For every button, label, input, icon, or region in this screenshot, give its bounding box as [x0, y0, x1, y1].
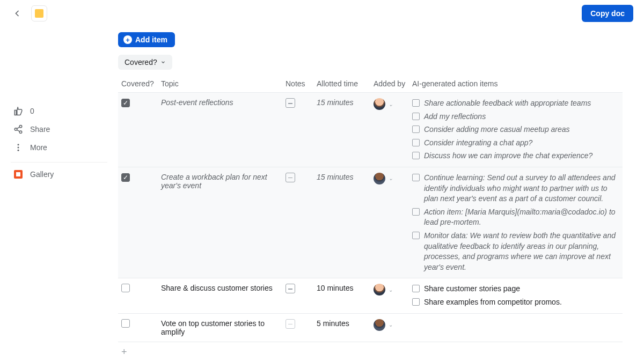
svg-point-1 — [14, 128, 17, 131]
ai-action-item: Share actionable feedback with appropria… — [412, 98, 619, 109]
col-header-time[interactable]: Allotted time — [313, 75, 370, 93]
thumbs-up-icon — [13, 106, 24, 116]
filter-label: Covered? — [125, 58, 157, 67]
doc-icon[interactable] — [31, 5, 47, 21]
ai-item-checkbox[interactable] — [412, 113, 420, 120]
avatar[interactable] — [374, 284, 385, 295]
ai-item-text: Share examples from competitor promos. — [424, 297, 562, 308]
allotted-time-cell[interactable]: 5 minutes — [313, 313, 370, 342]
ai-item-checkbox[interactable] — [412, 99, 420, 107]
col-header-added[interactable]: Added by — [370, 75, 409, 93]
notes-icon[interactable] — [286, 284, 295, 293]
covered-checkbox[interactable] — [121, 99, 130, 107]
chevron-down-icon[interactable]: ⌄ — [389, 287, 393, 293]
svg-point-4 — [18, 147, 19, 149]
topic-cell[interactable]: Post-event reflections — [158, 93, 282, 167]
ai-item-text: Action item: [Maria Marquis](mailto:mari… — [424, 207, 619, 228]
sidebar-item-more[interactable]: More — [11, 138, 107, 157]
chevron-down-icon[interactable]: ⌄ — [389, 101, 393, 107]
ai-item-checkbox[interactable] — [412, 125, 420, 133]
chevron-down-icon[interactable]: ⌄ — [389, 175, 393, 181]
svg-point-3 — [18, 144, 19, 145]
topic-cell[interactable]: Share & discuss customer stories — [158, 278, 282, 313]
ai-item-text: Share actionable feedback with appropria… — [424, 98, 591, 109]
ai-action-item: Discuss how we can improve the chat expe… — [412, 151, 619, 161]
notes-icon[interactable] — [286, 173, 295, 182]
share-label: Share — [30, 125, 50, 134]
table-row: Share & discuss customer stories10 minut… — [118, 278, 623, 313]
add-row-button[interactable]: + — [118, 342, 623, 362]
chevron-down-icon[interactable]: ⌄ — [389, 322, 393, 328]
ai-item-checkbox[interactable] — [412, 232, 420, 239]
back-button[interactable] — [11, 7, 24, 20]
gallery-icon — [13, 170, 24, 179]
ai-item-text: Add my reflections — [424, 112, 486, 122]
add-item-button[interactable]: + Add item — [118, 32, 175, 47]
ai-item-checkbox[interactable] — [412, 285, 420, 292]
add-item-label: Add item — [135, 35, 167, 44]
chevron-down-icon — [160, 58, 166, 67]
sidebar-item-gallery[interactable]: Gallery — [11, 162, 107, 183]
gallery-label: Gallery — [30, 170, 54, 179]
ai-action-item: Add my reflections — [412, 112, 619, 122]
ai-item-text: Share customer stories page — [424, 284, 520, 294]
ai-action-item: Share customer stories page — [412, 284, 619, 294]
share-icon — [13, 124, 24, 134]
ai-item-text: Consider adding more casual meetup areas — [424, 124, 570, 135]
ai-item-checkbox[interactable] — [412, 298, 420, 306]
copy-doc-button[interactable]: Copy doc — [582, 5, 633, 22]
allotted-time-cell[interactable]: 15 minutes — [313, 167, 370, 278]
ai-item-checkbox[interactable] — [412, 152, 420, 159]
covered-checkbox[interactable] — [121, 319, 130, 328]
ai-action-item: Action item: [Maria Marquis](mailto:mari… — [412, 207, 619, 228]
ai-item-checkbox[interactable] — [412, 208, 420, 216]
table-row: Create a workback plan for next year's e… — [118, 167, 623, 278]
avatar[interactable] — [374, 173, 385, 184]
avatar[interactable] — [374, 98, 385, 110]
covered-checkbox[interactable] — [121, 284, 130, 292]
topic-cell[interactable]: Vote on top customer stories to amplify — [158, 313, 282, 342]
sidebar-item-share[interactable]: Share — [11, 120, 107, 138]
ai-action-item: Continue learning: Send out a survey to … — [412, 173, 619, 204]
more-label: More — [30, 143, 47, 152]
ai-item-text: Discuss how we can improve the chat expe… — [424, 151, 592, 161]
ai-action-item: Monitor data: We want to review both the… — [412, 231, 619, 272]
filter-covered[interactable]: Covered? — [118, 55, 172, 70]
col-header-ai[interactable]: AI-generated action items — [409, 75, 623, 93]
ai-action-item: Share examples from competitor promos. — [412, 297, 619, 308]
table-row: Vote on top customer stories to amplify5… — [118, 313, 623, 342]
col-header-topic[interactable]: Topic — [158, 75, 282, 93]
ai-item-checkbox[interactable] — [412, 174, 420, 181]
covered-checkbox[interactable] — [121, 173, 130, 182]
sidebar-item-like[interactable]: 0 — [11, 102, 107, 120]
svg-point-0 — [19, 125, 22, 128]
ai-item-text: Monitor data: We want to review both the… — [424, 231, 619, 272]
agenda-table: Covered? Topic Notes Allotted time Added… — [118, 75, 623, 342]
topic-cell[interactable]: Create a workback plan for next year's e… — [158, 167, 282, 278]
allotted-time-cell[interactable]: 10 minutes — [313, 278, 370, 313]
like-count: 0 — [30, 107, 34, 115]
ai-item-checkbox[interactable] — [412, 139, 420, 146]
ai-action-item: Consider adding more casual meetup areas — [412, 124, 619, 135]
notes-icon[interactable] — [286, 98, 295, 108]
plus-circle-icon: + — [123, 35, 132, 44]
svg-point-2 — [19, 131, 22, 134]
table-row: Post-event reflections15 minutes⌄Share a… — [118, 93, 623, 167]
more-icon — [13, 143, 24, 152]
ai-item-text: Continue learning: Send out a survey to … — [424, 173, 619, 204]
col-header-notes[interactable]: Notes — [282, 75, 313, 93]
avatar[interactable] — [374, 319, 385, 331]
ai-item-text: Consider integrating a chat app? — [424, 138, 532, 149]
ai-action-item: Consider integrating a chat app? — [412, 138, 619, 149]
allotted-time-cell[interactable]: 15 minutes — [313, 93, 370, 167]
col-header-covered[interactable]: Covered? — [118, 75, 158, 93]
svg-point-5 — [18, 150, 19, 151]
notes-icon[interactable] — [286, 319, 295, 329]
